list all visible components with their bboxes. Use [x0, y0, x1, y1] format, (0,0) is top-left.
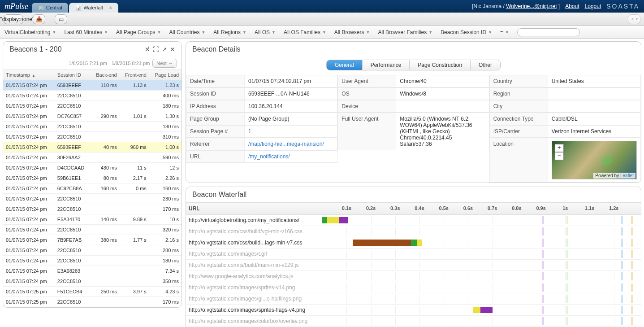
right-column: Beacon Details GeneralPerformancePage Co… — [186, 41, 641, 327]
table-row[interactable]: 01/07/15 07:24 pm22CC8510320 ms — [3, 225, 182, 235]
detail-link[interactable]: /my_notifications/ — [248, 153, 290, 160]
top-right: [Nic Jansma / Wolverine...@nicj.net ] Ab… — [472, 3, 640, 10]
table-row[interactable]: 01/07/15 07:24 pm6C92CB8A160 ms0 ms160 m… — [3, 183, 182, 194]
chevron-down-icon: ▼ — [157, 30, 161, 35]
col-frontend[interactable]: Front-end — [120, 70, 149, 80]
toolbar: <-svg style="display:none">📄 📥 ▭ ✳ — [0, 13, 644, 26]
waterfall-row[interactable]: http://o.vgtstatic.com/images/sprites-v1… — [186, 282, 641, 293]
waterfall-row[interactable]: http://o.vgtstatic.com/images/t.gif — [186, 249, 641, 260]
kv-row: Full User AgentMozilla/5.0 (Windows NT 6… — [337, 113, 489, 150]
table-row[interactable]: 01/07/15 07:24 pm22CC8510180 ms — [3, 101, 182, 111]
filter-4[interactable]: All Regions▼ — [213, 29, 246, 35]
import-button[interactable]: 📥 — [33, 14, 45, 24]
popout-icon[interactable]: ↗ — [162, 46, 167, 53]
table-row[interactable]: 01/07/15 07:24 pm59B61EE180 ms2.17 s2.26… — [3, 173, 182, 183]
filter-0[interactable]: VirtualGlobetrotting▼ — [4, 29, 56, 35]
kv-row: Connection TypeCable/DSL — [489, 113, 641, 125]
col-session[interactable]: Session ID — [55, 70, 91, 80]
col-pageload[interactable]: Page Load — [149, 70, 182, 80]
wf-col-chart: 0.1s0.2s0.3s0.4s0.5s0.6s0.7s0.8s0.9s1s1.… — [320, 203, 641, 215]
detail-link[interactable]: /map/tiong-hie...mega-mansion/ — [248, 141, 324, 147]
waterfall-table: URL 0.1s0.2s0.3s0.4s0.5s0.6s0.7s0.8s0.9s… — [186, 202, 641, 327]
close-icon[interactable]: ✕ — [170, 46, 175, 53]
kv-row: URL/my_notifications/ — [186, 150, 337, 163]
crosshair-icon[interactable]: ✕̽ — [145, 46, 150, 53]
layout-button[interactable]: ▭ — [55, 14, 67, 24]
timing-bar — [480, 307, 493, 313]
filter-7[interactable]: All Browsers▼ — [334, 29, 370, 35]
waterfall-row[interactable]: http://o.vgtstatic.com/js/build/main-min… — [186, 260, 641, 271]
table-row[interactable]: 01/07/15 07:24 pm22CC8510350 ms — [3, 276, 182, 287]
waterfall-row[interactable]: http://o.vgtstatic.com/css/build/vgt-min… — [186, 226, 641, 237]
leaflet-link[interactable]: Leaflet — [620, 173, 634, 178]
waterfall-panel: Beacon Waterfall URL 0.1s0.2s0.3s0.4s0.5… — [186, 187, 641, 327]
filter-8[interactable]: All Browser Families▼ — [378, 29, 432, 35]
map-marker-icon — [603, 157, 611, 165]
filter-5[interactable]: All OS▼ — [255, 29, 276, 35]
waterfall-row[interactable]: http://o.vgtstatic.com/images/gl...s-hal… — [186, 293, 641, 305]
waterfall-row[interactable]: http://o.vgtstatic.com/images/sprites-fl… — [186, 305, 641, 316]
waterfall-row[interactable]: http://o.vgtstatic.com/images/colorbox/o… — [186, 316, 641, 327]
table-row[interactable]: 01/07/15 07:25 pmF51CECB4250 ms3.97 s4.2… — [3, 287, 182, 297]
logout-link[interactable]: Logout — [585, 3, 601, 9]
busy-indicator[interactable]: ✳ — [628, 14, 640, 24]
user-info: [Nic Jansma / Wolverine...@nicj.net ] — [472, 3, 560, 9]
timing-bar — [353, 240, 411, 246]
chevron-down-icon: ▼ — [428, 30, 432, 35]
next-button[interactable]: Next → — [152, 59, 177, 68]
table-row[interactable]: 01/07/15 07:24 pmD4CDCAAD430 ms11 s12 s — [3, 163, 182, 173]
expand-icon[interactable]: ⛶ — [153, 46, 159, 53]
kv-row: User AgentChrome/40 — [337, 75, 489, 87]
col-timestamp[interactable]: Timestamp▲ — [3, 70, 55, 80]
filter-6[interactable]: All OS Families▼ — [284, 29, 326, 35]
zoom-in-button[interactable]: + — [555, 144, 564, 152]
col-backend[interactable]: Back-end — [91, 70, 120, 80]
table-row[interactable]: 01/07/15 07:24 pm22CC8510280 ms — [3, 245, 182, 256]
filter-input[interactable] — [517, 28, 580, 36]
wf-col-url[interactable]: URL — [186, 203, 320, 215]
table-row[interactable]: 01/07/15 07:24 pm22CC8510180 ms — [3, 122, 182, 132]
table-row[interactable]: 01/07/15 07:24 pmE5A34170140 ms9.89 s10 … — [3, 214, 182, 225]
table-row[interactable]: 01/07/15 07:24 pm22CC8510180 ms — [3, 256, 182, 266]
seg-page-construction[interactable]: Page Construction — [410, 60, 471, 70]
filter-10[interactable]: =▼ — [500, 29, 509, 35]
details-grid: Date/Time01/07/15 07:24:02.817 pmSession… — [186, 75, 641, 183]
table-row[interactable]: 01/07/15 07:24 pm7B9FE7AB380 ms1.77 s2.1… — [3, 235, 182, 245]
tab-close-icon[interactable]: × — [109, 5, 112, 10]
filter-9[interactable]: Beacon Session ID▼ — [441, 29, 492, 35]
kv-row: ISP/CarrierVerizon Internet Services — [489, 125, 641, 138]
chevron-down-icon: ▼ — [366, 30, 370, 35]
chevron-down-icon: ▼ — [201, 30, 205, 35]
about-link[interactable]: About — [565, 3, 579, 9]
chevron-down-icon: ▼ — [272, 30, 276, 35]
seg-general[interactable]: General — [327, 60, 363, 70]
location-map[interactable]: +−Powered by Leaflet — [552, 141, 637, 179]
seg-other[interactable]: Other — [471, 60, 500, 70]
filter-bar: VirtualGlobetrotting▼Last 60 Minutes▼All… — [0, 26, 644, 39]
filter-1[interactable]: Last 60 Minutes▼ — [64, 29, 108, 35]
kv-row: Session Page #1 — [186, 125, 337, 138]
table-row[interactable]: 01/07/15 07:24 pm22CC8510310 ms — [3, 132, 182, 142]
waterfall-row[interactable]: http://www.google-analytics.com/analytic… — [186, 271, 641, 282]
waterfall-row[interactable]: http://o.vgtstatic.com/css/build...lags-… — [186, 237, 641, 249]
table-row[interactable]: 01/07/15 07:24 pm6593EEEF110 ms1.13 s1.2… — [3, 80, 182, 91]
filter-2[interactable]: All Page Groups▼ — [116, 29, 161, 35]
table-row[interactable]: 01/07/15 07:24 pm22CC8510170 ms — [3, 204, 182, 214]
chevron-down-icon: ▼ — [322, 30, 326, 35]
table-row[interactable]: 01/07/15 07:24 pm6593EEEF40 ms960 ms1.00… — [3, 142, 182, 153]
new-menu-button[interactable]: <-svg style="display:none">📄 — [4, 14, 23, 24]
table-row[interactable]: 01/07/15 07:24 pm22CC8510400 ms — [3, 91, 182, 101]
table-row[interactable]: 01/07/15 07:24 pmDC76C857290 ms1.01 s1.3… — [3, 111, 182, 122]
table-row[interactable]: 01/07/15 07:24 pmE3A682837.34 s — [3, 266, 182, 276]
timing-bar — [411, 240, 417, 246]
filter-3[interactable]: All Countries▼ — [169, 29, 205, 35]
zoom-out-button[interactable]: − — [555, 152, 564, 160]
tab-waterfall[interactable]: 📊Waterfall× — [69, 3, 118, 13]
table-row[interactable]: 01/07/15 07:25 pm22CC8510170 ms — [3, 297, 182, 307]
table-row[interactable]: 01/07/15 07:24 pm22CC8510230 ms — [3, 194, 182, 204]
table-row[interactable]: 01/07/15 07:24 pm30F26AA2590 ms — [3, 153, 182, 163]
user-link[interactable]: Wolverine...@nicj.net — [506, 3, 557, 9]
kv-row: OSWindows/8 — [337, 87, 489, 100]
seg-performance[interactable]: Performance — [363, 60, 410, 70]
waterfall-row[interactable]: http://virtualglobetrotting.com/my_notif… — [186, 215, 641, 226]
